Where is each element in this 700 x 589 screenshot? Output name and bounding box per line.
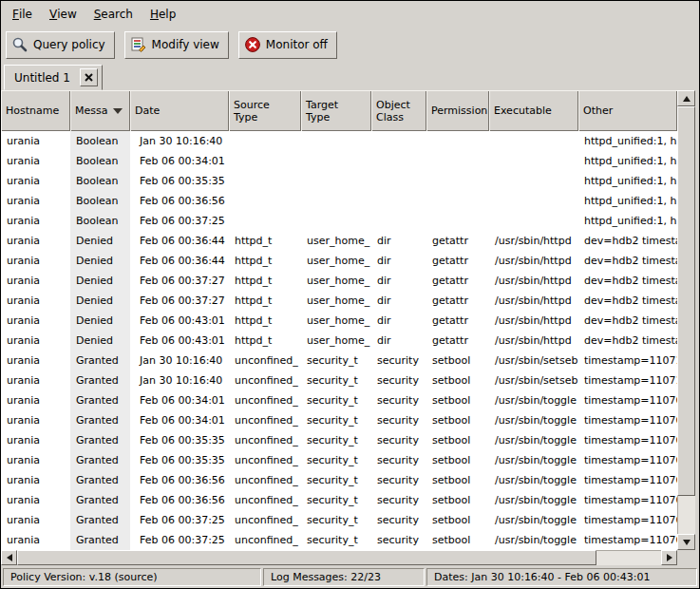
cell-permission [426, 171, 489, 191]
column-header-target-type[interactable]: Target Type [301, 90, 371, 131]
table-row[interactable]: uraniaGrantedJan 30 10:16:40unconfined_s… [1, 351, 677, 370]
monitor-off-button[interactable]: Monitor off [238, 31, 337, 59]
cell-object-class [371, 131, 426, 151]
edit-view-icon [130, 36, 147, 53]
cell-date: Feb 06 00:36:44 [130, 251, 229, 271]
v-scroll-track[interactable] [677, 106, 695, 534]
cell-hostname: urania [1, 131, 70, 151]
table-row[interactable]: uraniaBooleanFeb 06 00:37:25httpd_unifie… [1, 211, 677, 231]
scroll-left-button[interactable] [1, 550, 17, 565]
menu-search[interactable]: Search [85, 1, 142, 27]
cell-message: Boolean [70, 131, 130, 151]
cell-date: Feb 06 00:37:27 [130, 271, 229, 291]
column-header-permission[interactable]: Permission [426, 90, 489, 131]
cell-date: Feb 06 00:36:56 [130, 191, 229, 211]
v-scroll-thumb[interactable] [677, 106, 695, 496]
column-header-executable[interactable]: Executable [489, 90, 578, 131]
tab-bar: Untitled 1 [1, 63, 699, 90]
scroll-down-button[interactable] [677, 534, 695, 550]
cell-source-type: httpd_t [229, 271, 301, 291]
table-row[interactable]: uraniaGrantedFeb 06 00:35:35unconfined_s… [1, 430, 677, 450]
sort-indicator-icon [113, 108, 123, 114]
column-header-object-class[interactable]: Object Class [371, 90, 426, 131]
cell-object-class: security [371, 450, 426, 470]
query-policy-label: Query policy [33, 38, 105, 51]
menu-file[interactable]: File [4, 1, 41, 27]
table-row[interactable]: uraniaBooleanFeb 06 00:35:35httpd_unifie… [1, 171, 677, 191]
table-row[interactable]: uraniaGrantedFeb 06 00:36:56unconfined_s… [1, 490, 677, 510]
tab-untitled-1[interactable]: Untitled 1 [4, 65, 103, 90]
table-row[interactable]: uraniaDeniedFeb 06 00:43:01httpd_tuser_h… [1, 311, 677, 331]
menu-search-label-rest: earch [101, 8, 133, 21]
cell-executable: /usr/sbin/toggle [489, 470, 578, 490]
table-row[interactable]: uraniaDeniedFeb 06 00:36:44httpd_tuser_h… [1, 251, 677, 271]
tab-close-button[interactable] [80, 68, 98, 86]
cell-permission: getattr [426, 251, 489, 271]
cell-permission: getattr [426, 271, 489, 291]
table-row[interactable]: uraniaDeniedFeb 06 00:37:27httpd_tuser_h… [1, 271, 677, 291]
scroll-up-button[interactable] [677, 90, 695, 106]
column-header-messa[interactable]: Messa [70, 90, 130, 131]
arrow-left-icon [7, 554, 12, 561]
cell-target-type: user_home_ [301, 251, 371, 271]
cell-source-type: httpd_t [229, 291, 301, 311]
cell-target-type: user_home_ [301, 271, 371, 291]
table-row[interactable]: uraniaDeniedFeb 06 00:43:01httpd_tuser_h… [1, 331, 677, 351]
cell-object-class: security [371, 410, 426, 430]
cell-hostname: urania [1, 211, 70, 231]
h-scrollbar[interactable] [1, 550, 677, 565]
column-header-label: Object Class [376, 99, 410, 124]
table-row[interactable]: uraniaGrantedFeb 06 00:36:56unconfined_s… [1, 470, 677, 490]
table-row[interactable]: uraniaGrantedFeb 06 00:34:01unconfined_s… [1, 410, 677, 430]
column-header-label: Source Type [234, 99, 270, 124]
cell-hostname: urania [1, 490, 70, 510]
cell-date: Jan 30 10:16:40 [130, 370, 229, 390]
table-row[interactable]: uraniaGrantedFeb 06 00:34:01unconfined_s… [1, 390, 677, 410]
cell-message: Denied [70, 331, 130, 351]
cell-executable [489, 211, 578, 231]
cell-date: Feb 06 00:34:01 [130, 390, 229, 410]
cell-executable [489, 171, 578, 191]
cell-other: dev=hdb2 timesta [578, 311, 677, 331]
cell-executable [489, 151, 578, 171]
table-row[interactable]: uraniaGrantedFeb 06 00:35:35unconfined_s… [1, 450, 677, 470]
monitor-off-icon [244, 36, 261, 53]
query-policy-button[interactable]: Query policy [6, 31, 115, 59]
cell-hostname: urania [1, 331, 70, 351]
cell-other: timestamp=11076 [578, 430, 677, 450]
cell-hostname: urania [1, 311, 70, 331]
cell-message: Granted [70, 390, 130, 410]
cell-date: Jan 30 10:16:40 [130, 351, 229, 370]
column-header-source-type[interactable]: Source Type [229, 90, 301, 131]
column-header-hostname[interactable]: Hostname [1, 90, 70, 131]
table-row[interactable]: uraniaGrantedFeb 06 00:37:25unconfined_s… [1, 510, 677, 530]
cell-message: Boolean [70, 151, 130, 171]
table-row[interactable]: uraniaBooleanFeb 06 00:36:56httpd_unifie… [1, 191, 677, 211]
table-row[interactable]: uraniaGrantedJan 30 10:16:40unconfined_s… [1, 370, 677, 390]
cell-target-type: user_home_ [301, 331, 371, 351]
magnifier-icon [11, 36, 28, 53]
menu-help[interactable]: Help [142, 1, 184, 27]
cell-date: Feb 06 00:37:27 [130, 291, 229, 311]
column-header-other[interactable]: Other [578, 90, 677, 131]
policy-version-text: Policy Version: v.18 (source) [10, 571, 158, 583]
cell-permission: getattr [426, 311, 489, 331]
table-row[interactable]: uraniaDeniedFeb 06 00:37:27httpd_tuser_h… [1, 291, 677, 311]
v-scrollbar[interactable] [677, 90, 695, 550]
cell-hostname: urania [1, 231, 70, 251]
table-row[interactable]: uraniaBooleanFeb 06 00:34:01httpd_unifie… [1, 151, 677, 171]
modify-view-button[interactable]: Modify view [124, 31, 229, 59]
cell-message: Denied [70, 311, 130, 331]
column-header-date[interactable]: Date [130, 90, 229, 131]
scroll-right-button[interactable] [661, 550, 677, 565]
menu-view[interactable]: View [41, 1, 85, 27]
table-row[interactable]: uraniaGrantedFeb 06 00:37:25unconfined_s… [1, 530, 677, 550]
cell-permission: setbool [426, 410, 489, 430]
table-row[interactable]: uraniaBooleanJan 30 10:16:40httpd_unifie… [1, 131, 677, 151]
scrollbar-corner [677, 550, 695, 565]
h-scroll-track[interactable] [17, 550, 661, 565]
cell-source-type [229, 191, 301, 211]
menu-file-label-rest: ile [19, 8, 32, 21]
h-scroll-thumb[interactable] [17, 550, 596, 565]
table-row[interactable]: uraniaDeniedFeb 06 00:36:44httpd_tuser_h… [1, 231, 677, 251]
